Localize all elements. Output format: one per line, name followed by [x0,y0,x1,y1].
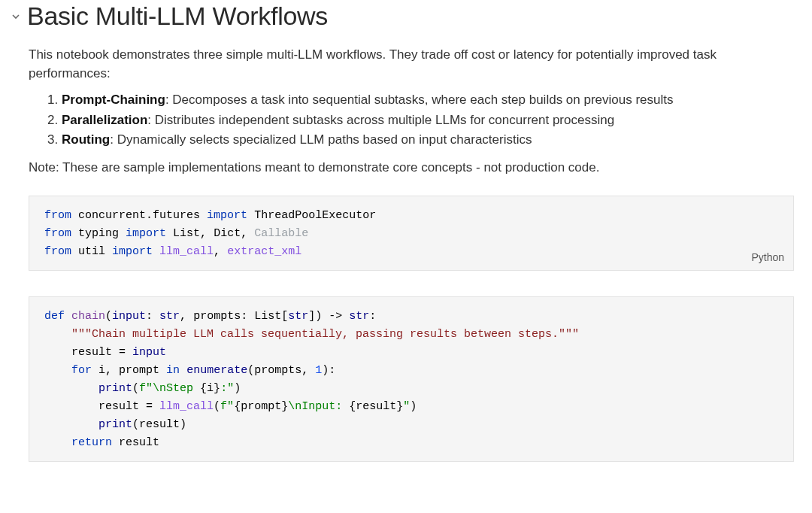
approach-desc: : Distributes independent subtasks acros… [147,113,614,127]
keyword: from [44,209,71,222]
notebook-page: Basic Multi-LLM Workflows This notebook … [0,2,812,462]
list-item: Parallelization: Distributes independent… [62,111,794,130]
identifier-unused: Callable [254,227,308,240]
keyword: from [44,227,71,240]
code-cell[interactable]: def chain(input: str, prompts: List[str]… [29,296,794,462]
approach-name: Routing [62,132,110,147]
keyword: for [71,364,92,377]
identifier: Dict [214,227,241,240]
list-item: Prompt-Chaining: Decomposes a task into … [62,90,794,110]
type: str [159,310,180,323]
call: llm_call [159,400,214,413]
keyword: in [166,364,180,377]
number: 1 [315,364,322,377]
keyword: import [207,209,247,222]
identifier: prompt [119,364,159,377]
approach-name: Parallelization [62,113,147,127]
identifier: result [71,346,112,359]
identifier: result [98,400,139,413]
page-title: Basic Multi-LLM Workflows [27,2,328,31]
keyword: def [44,310,65,323]
param: input [112,310,146,323]
identifier: result [139,418,180,431]
identifier: prompts [254,364,301,377]
module: futures [153,209,200,222]
builtin: print [98,418,132,431]
approaches-list: Prompt-Chaining: Decomposes a task into … [45,90,794,150]
keyword: return [71,436,112,449]
heading-row: Basic Multi-LLM Workflows [11,2,812,31]
keyword: import [112,245,153,258]
docstring: """Chain multiple LLM calls sequentially… [71,328,579,341]
identifier: llm_call [159,245,214,258]
arrow: -> [329,310,342,323]
identifier: List [173,227,200,240]
type: str [349,310,369,323]
approach-name: Prompt-Chaining [62,93,165,107]
chevron-down-icon[interactable] [11,11,21,22]
identifier: extract_xml [227,245,301,258]
note-paragraph: Note: These are sample implementations m… [29,159,794,178]
module: concurrent [78,209,146,222]
code-cell[interactable]: from concurrent.futures import ThreadPoo… [29,196,794,271]
approach-desc: : Decomposes a task into sequential subt… [165,93,674,107]
type: List [254,310,281,323]
language-label: Python [751,249,784,266]
identifier: ThreadPoolExecutor [254,209,376,222]
markdown-cell: This notebook demonstrates three simple … [11,46,812,462]
type: str [288,310,308,323]
identifier: result [119,436,159,449]
builtin: print [98,382,132,395]
fstring: f" [139,382,153,395]
approach-desc: : Dynamically selects specialized LLM pa… [110,132,532,147]
intro-paragraph: This notebook demonstrates three simple … [29,46,794,83]
fstring: f" [220,400,234,413]
module: typing [78,227,119,240]
function-name: chain [71,310,105,323]
identifier: input [132,346,166,359]
param: prompts [193,310,241,323]
list-item: Routing: Dynamically selects specialized… [62,130,794,150]
keyword: import [126,227,166,240]
keyword: from [44,245,71,258]
module: util [78,245,105,258]
identifier: i [98,364,105,377]
builtin: enumerate [186,364,247,377]
